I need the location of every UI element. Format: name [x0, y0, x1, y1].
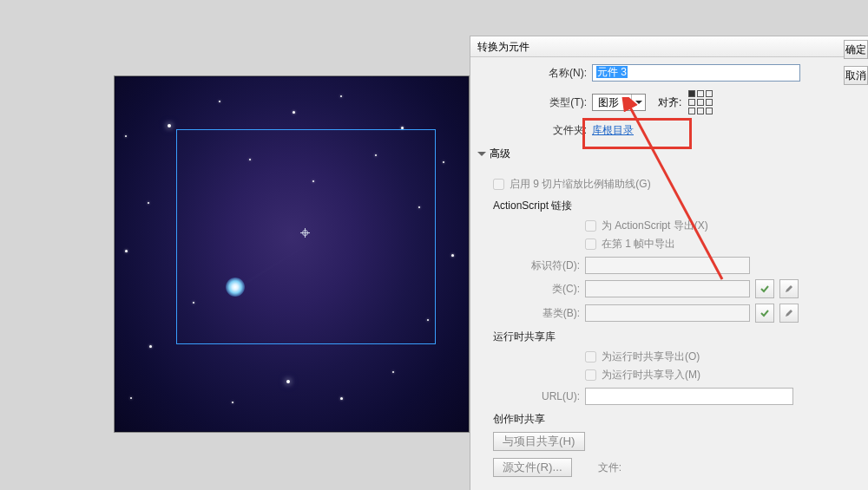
identifier-label: 标识符(D): — [477, 258, 585, 273]
pencil-icon — [784, 284, 794, 294]
star — [232, 402, 233, 403]
validate-button[interactable] — [755, 304, 774, 323]
url-label: URL(U): — [477, 390, 585, 402]
url-input[interactable] — [585, 388, 793, 405]
advanced-toggle[interactable]: 高级 — [477, 147, 868, 161]
star — [293, 111, 295, 114]
star — [443, 161, 444, 163]
star — [451, 254, 454, 257]
name-input[interactable]: 元件 3 — [592, 64, 800, 82]
chevron-down-icon — [631, 95, 645, 110]
check-icon — [760, 284, 770, 294]
star — [286, 380, 290, 383]
baseclass-input[interactable] — [585, 304, 750, 322]
runtime-section-title: 运行时共享库 — [493, 330, 861, 344]
star — [219, 101, 220, 102]
export-actionscript-checkbox[interactable]: 为 ActionScript 导出(X) — [585, 219, 861, 233]
type-dropdown[interactable]: 图形 — [592, 94, 646, 111]
registration-crosshair[interactable] — [300, 228, 310, 238]
name-label: 名称(N): — [470, 66, 592, 81]
class-input[interactable] — [585, 280, 750, 297]
authortime-section-title: 创作时共享 — [493, 412, 861, 427]
star — [130, 397, 132, 399]
type-label: 类型(T): — [470, 95, 592, 110]
source-file-button[interactable]: 源文件(R)... — [493, 458, 572, 477]
edit-button[interactable] — [779, 304, 799, 323]
nine-slice-checkbox[interactable]: 启用 9 切片缩放比例辅助线(G) — [493, 177, 861, 192]
star — [168, 124, 171, 127]
comet-head — [226, 278, 245, 297]
pencil-icon — [784, 308, 794, 318]
baseclass-label: 基类(B): — [477, 306, 585, 321]
stage-canvas[interactable] — [114, 75, 470, 433]
star — [340, 95, 342, 97]
identifier-input[interactable] — [585, 257, 750, 274]
dialog-title: 转换为元件 — [470, 36, 868, 57]
runtime-import-checkbox[interactable]: 为运行时共享导入(M) — [585, 368, 861, 382]
chevron-down-icon — [477, 152, 486, 160]
align-label: 对齐: — [658, 95, 681, 110]
star — [149, 345, 152, 348]
actionscript-section-title: ActionScript 链接 — [493, 199, 861, 213]
star — [125, 135, 127, 137]
edit-button[interactable] — [779, 279, 799, 298]
runtime-export-checkbox[interactable]: 为运行时共享导出(O) — [585, 350, 861, 364]
share-project-button[interactable]: 与项目共享(H) — [493, 432, 585, 451]
star — [148, 202, 149, 204]
registration-grid[interactable] — [688, 90, 713, 114]
export-frame1-checkbox[interactable]: 在第 1 帧中导出 — [585, 237, 861, 252]
ok-button[interactable]: 确定 — [844, 40, 868, 59]
folder-link[interactable]: 库根目录 — [592, 123, 634, 138]
star — [340, 397, 343, 400]
star — [125, 250, 128, 252]
check-icon — [760, 308, 770, 318]
file-label: 文件: — [598, 461, 621, 475]
class-label: 类(C): — [477, 282, 585, 297]
validate-button[interactable] — [755, 279, 774, 298]
folder-label: 文件夹: — [470, 123, 592, 138]
convert-to-symbol-dialog: 转换为元件 确定 取消 名称(N): 元件 3 类型(T): 图形 对齐: 文件… — [470, 36, 868, 490]
star — [392, 371, 394, 373]
